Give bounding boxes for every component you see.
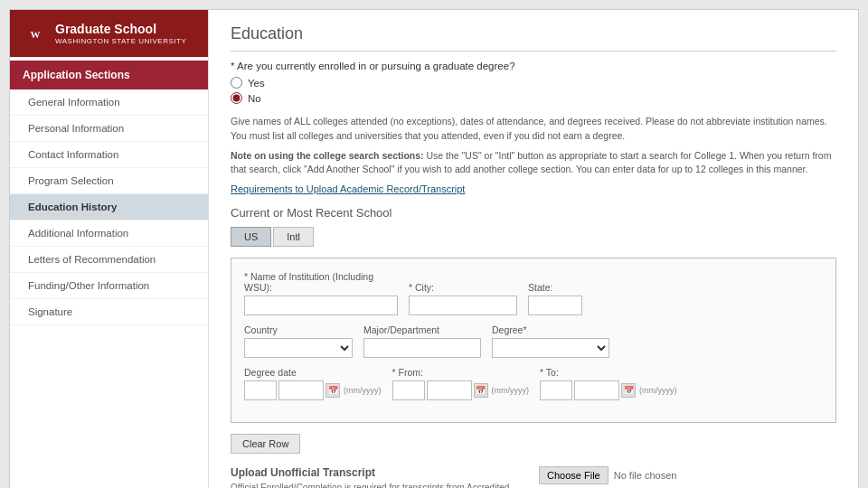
from-date-field: * From: 📅 (mm/yyyy)	[392, 367, 530, 400]
wsu-logo-icon: W	[23, 21, 48, 46]
degree-date-inputs: 📅 (mm/yyyy)	[244, 380, 382, 400]
to-month[interactable]	[540, 380, 572, 400]
current-school-title: Current or Most Recent School	[231, 206, 836, 220]
tab-us[interactable]: US	[231, 227, 271, 247]
question1-label: * Are you currently enrolled in or pursu…	[231, 61, 836, 71]
to-date-inputs: 📅 (mm/yyyy)	[540, 380, 677, 400]
from-label: * From:	[392, 367, 530, 378]
sidebar-item-personal[interactable]: Personal Information	[10, 116, 208, 142]
main-content: Education * Are you currently enrolled i…	[209, 10, 858, 488]
note-text: Note on using the college search section…	[231, 149, 836, 178]
sidebar-header: W Graduate School Washington State Unive…	[10, 10, 208, 57]
school-form-card: * Name of Institution (Including WSU): *…	[231, 258, 836, 423]
degree-label: Degree*	[492, 324, 609, 335]
main-container: W Graduate School Washington State Unive…	[9, 9, 859, 488]
radio-yes-input[interactable]	[231, 77, 242, 89]
upload-section: Upload Unofficial Transcript Official En…	[231, 466, 836, 488]
radio-yes-label: Yes	[248, 78, 265, 89]
degree-date-format: (mm/yyyy)	[344, 386, 382, 395]
major-field: Major/Department	[363, 324, 481, 358]
choose-file-button[interactable]: Choose File	[539, 466, 609, 484]
radio-no-option[interactable]: No	[231, 92, 836, 104]
sidebar: W Graduate School Washington State Unive…	[10, 10, 209, 488]
sidebar-item-general[interactable]: General Information	[10, 89, 208, 116]
degree-date-year[interactable]	[278, 380, 324, 400]
city-field: * City:	[409, 282, 517, 315]
tab-group-location: US Intl	[231, 227, 836, 247]
requirements-link[interactable]: Requirements to Upload Academic Record/T…	[231, 183, 465, 194]
city-label: * City:	[409, 282, 517, 293]
page-wrapper: W Graduate School Washington State Unive…	[0, 0, 868, 488]
file-no-chosen: No file chosen	[614, 470, 677, 481]
sidebar-section-title: Application Sections	[10, 61, 208, 89]
degree-date-field: Degree date 📅 (mm/yyyy)	[244, 367, 382, 400]
to-calendar-icon[interactable]: 📅	[621, 383, 636, 398]
form-row-3: Degree date 📅 (mm/yyyy) * From:	[244, 367, 823, 400]
state-input[interactable]	[528, 296, 582, 315]
sidebar-header-text: Graduate School Washington State Univers…	[55, 22, 186, 45]
to-date-format: (mm/yyyy)	[639, 386, 677, 395]
major-label: Major/Department	[363, 324, 481, 335]
sidebar-item-contact[interactable]: Contact Information	[10, 142, 208, 168]
state-label: State:	[528, 282, 582, 293]
sidebar-item-letters[interactable]: Letters of Recommendation	[10, 247, 208, 273]
country-select[interactable]: United States Canada Other	[244, 338, 353, 358]
sidebar-title: Graduate School	[55, 22, 186, 37]
upload-title: Upload Unofficial Transcript	[231, 466, 528, 479]
page-title: Education	[231, 24, 836, 52]
sidebar-item-funding[interactable]: Funding/Other Information	[10, 273, 208, 299]
major-input[interactable]	[363, 338, 481, 358]
degree-field: Degree* B.A. B.S. M.A. M.S. Ph.D. Other	[492, 324, 609, 358]
to-year[interactable]	[574, 380, 619, 400]
to-label: * To:	[540, 367, 677, 378]
degree-date-calendar-icon[interactable]: 📅	[326, 383, 340, 398]
upload-left: Upload Unofficial Transcript Official En…	[231, 466, 528, 488]
upload-row: Upload Unofficial Transcript Official En…	[231, 466, 836, 488]
radio-group-enrolled: Yes No	[231, 77, 836, 104]
sidebar-item-additional[interactable]: Additional Information	[10, 221, 208, 247]
country-label: Country	[244, 324, 353, 335]
city-input[interactable]	[409, 296, 517, 315]
sidebar-subtitle: Washington State University	[55, 37, 186, 45]
radio-no-input[interactable]	[231, 92, 242, 104]
form-row-1: * Name of Institution (Including WSU): *…	[244, 271, 823, 315]
svg-text:W: W	[31, 29, 41, 40]
info-paragraph: Give names of ALL colleges attended (no …	[231, 115, 836, 144]
from-month[interactable]	[392, 380, 425, 400]
note-bold: Note on using the college search section…	[231, 150, 424, 161]
institution-field: * Name of Institution (Including WSU):	[244, 271, 398, 315]
sidebar-item-program[interactable]: Program Selection	[10, 168, 208, 194]
radio-yes-option[interactable]: Yes	[231, 77, 836, 89]
sidebar-item-education[interactable]: Education History	[10, 194, 208, 221]
degree-date-month[interactable]	[244, 380, 277, 400]
from-date-inputs: 📅 (mm/yyyy)	[392, 380, 530, 400]
degree-date-label: Degree date	[244, 367, 382, 378]
graduate-degree-section: * Are you currently enrolled in or pursu…	[231, 61, 836, 104]
upload-desc: Official Enrolled/Completion is required…	[231, 483, 528, 488]
sidebar-nav: Application Sections General Information…	[10, 57, 208, 329]
degree-select[interactable]: B.A. B.S. M.A. M.S. Ph.D. Other	[492, 338, 609, 358]
to-date-field: * To: 📅 (mm/yyyy)	[540, 367, 677, 400]
upload-right: Choose File No file chosen Accepted File…	[539, 466, 836, 488]
sidebar-item-signature[interactable]: Signature	[10, 299, 208, 325]
country-field: Country United States Canada Other	[244, 324, 353, 358]
radio-no-label: No	[248, 93, 261, 104]
state-field: State:	[528, 282, 582, 315]
from-calendar-icon[interactable]: 📅	[474, 383, 488, 398]
tab-intl[interactable]: Intl	[273, 227, 314, 247]
clear-row-button[interactable]: Clear Row	[231, 434, 300, 454]
institution-input[interactable]	[244, 296, 398, 315]
from-date-format: (mm/yyyy)	[492, 386, 530, 395]
institution-label: * Name of Institution (Including WSU):	[244, 271, 398, 293]
from-year[interactable]	[427, 380, 472, 400]
form-row-2: Country United States Canada Other Major…	[244, 324, 823, 358]
